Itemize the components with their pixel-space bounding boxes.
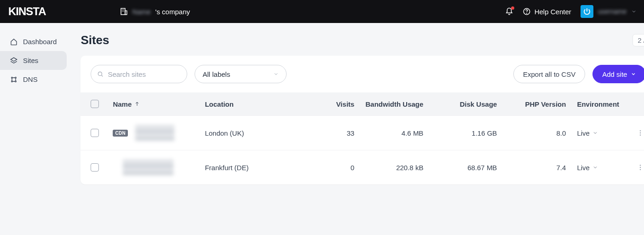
- sidebar-item-label: Dashboard: [23, 38, 57, 46]
- company-label: 's company: [155, 8, 190, 16]
- column-header-php[interactable]: PHP Version: [497, 100, 566, 108]
- help-center-button[interactable]: Help Center: [523, 7, 571, 16]
- user-avatar: [581, 5, 593, 18]
- labels-filter[interactable]: All labels: [195, 65, 287, 83]
- more-vertical-icon: [637, 164, 644, 171]
- user-menu[interactable]: username: [581, 5, 637, 18]
- username-redacted: username: [598, 8, 627, 15]
- svg-marker-8: [11, 57, 17, 61]
- export-csv-button[interactable]: Export all to CSV: [513, 65, 585, 83]
- chevron-down-icon: [273, 71, 279, 77]
- page-title: Sites: [80, 33, 109, 47]
- more-vertical-icon: [637, 129, 644, 137]
- svg-point-20: [640, 167, 641, 168]
- cell-php: 8.0: [497, 129, 566, 137]
- sidebar-item-label: Sites: [23, 57, 38, 64]
- column-header-bandwidth[interactable]: Bandwidth Usage: [354, 100, 423, 108]
- svg-point-9: [12, 77, 13, 78]
- search-icon: [97, 71, 104, 77]
- pagination-indicator[interactable]: 2 / 3: [632, 34, 644, 46]
- sidebar-item-label: DNS: [23, 75, 38, 83]
- layers-icon: [10, 57, 17, 64]
- svg-point-12: [15, 80, 17, 82]
- chevron-down-icon: [631, 9, 637, 14]
- svg-point-7: [526, 13, 527, 13]
- table-row: CDN London (UK) 33 4.6 MB 1.16 GB 8.0 Li…: [80, 115, 644, 150]
- cell-visits: 0: [299, 164, 354, 172]
- row-checkbox[interactable]: [91, 129, 99, 137]
- env-value: Live: [577, 164, 590, 172]
- add-site-button[interactable]: Add site: [592, 65, 644, 83]
- export-label: Export all to CSV: [523, 70, 575, 78]
- column-header-disk[interactable]: Disk Usage: [423, 100, 497, 108]
- home-icon: [10, 38, 17, 46]
- site-name-redacted[interactable]: [135, 125, 174, 141]
- chevron-down-icon: [631, 71, 636, 77]
- row-actions-button[interactable]: [635, 127, 644, 138]
- cell-disk: 68.67 MB: [423, 164, 497, 172]
- sites-card: All labels Export all to CSV Add site Na…: [80, 56, 644, 184]
- chevron-down-icon: [592, 165, 598, 170]
- cdn-badge: CDN: [113, 130, 128, 137]
- company-name-redacted: Name: [132, 8, 151, 16]
- sidebar-item-dns[interactable]: DNS: [0, 70, 67, 89]
- column-header-visits[interactable]: Visits: [299, 100, 354, 108]
- search-input[interactable]: [91, 65, 187, 83]
- toolbar: All labels Export all to CSV Add site: [80, 56, 644, 92]
- labels-filter-text: All labels: [202, 70, 230, 78]
- help-label: Help Center: [535, 8, 571, 16]
- cell-bandwidth: 220.8 kB: [354, 164, 423, 172]
- chevron-down-icon: [592, 130, 598, 136]
- column-header-name[interactable]: Name: [113, 100, 205, 108]
- site-name-redacted[interactable]: [123, 160, 173, 175]
- add-site-label: Add site: [602, 70, 627, 78]
- env-value: Live: [577, 129, 590, 137]
- notifications-button[interactable]: [505, 7, 513, 16]
- column-label: PHP Version: [525, 100, 566, 108]
- svg-point-19: [640, 165, 641, 166]
- cell-location: London (UK): [205, 129, 299, 137]
- company-switcher[interactable]: Name 's company: [120, 7, 190, 16]
- notification-dot: [511, 6, 514, 10]
- svg-rect-0: [121, 8, 125, 15]
- svg-line-14: [102, 75, 103, 77]
- cell-disk: 1.16 GB: [423, 129, 497, 137]
- svg-rect-5: [125, 11, 127, 15]
- column-label: Disk Usage: [460, 100, 497, 108]
- environment-select[interactable]: Live: [577, 129, 598, 137]
- column-label: Visits: [336, 100, 355, 108]
- table-row: Frankfurt (DE) 0 220.8 kB 68.67 MB 7.4 L…: [80, 150, 644, 184]
- svg-point-10: [15, 77, 17, 78]
- brand-logo[interactable]: KINSTA: [8, 5, 46, 18]
- svg-point-21: [640, 169, 641, 170]
- cell-bandwidth: 4.6 MB: [354, 129, 423, 137]
- select-all-checkbox[interactable]: [91, 100, 99, 108]
- row-actions-button[interactable]: [635, 162, 644, 173]
- column-label: Location: [205, 100, 234, 108]
- top-header: KINSTA Name 's company Help Center usern…: [0, 0, 644, 23]
- table-header: Name Location Visits Bandwidth Usage Dis…: [80, 92, 644, 115]
- environment-select[interactable]: Live: [577, 164, 598, 172]
- svg-point-13: [98, 72, 102, 75]
- svg-point-16: [640, 130, 641, 131]
- help-icon: [523, 7, 531, 16]
- cell-location: Frankfurt (DE): [205, 164, 299, 172]
- main-content: Sites 2 / 3 All labels Export all to CSV: [69, 23, 644, 235]
- column-label: Environment: [577, 100, 619, 108]
- svg-point-18: [640, 134, 641, 135]
- svg-point-17: [640, 132, 641, 133]
- dns-icon: [10, 76, 17, 83]
- sidebar-item-dashboard[interactable]: Dashboard: [0, 32, 67, 51]
- cell-visits: 33: [299, 129, 354, 137]
- column-label: Bandwidth Usage: [366, 100, 424, 108]
- cell-php: 7.4: [497, 164, 566, 172]
- sidebar-item-sites[interactable]: Sites: [0, 51, 67, 70]
- column-label: Name: [113, 100, 132, 108]
- column-header-env[interactable]: Environment: [566, 100, 635, 108]
- column-header-location[interactable]: Location: [205, 100, 299, 108]
- power-icon: [583, 7, 591, 16]
- sort-asc-icon: [134, 101, 140, 107]
- sidebar: Dashboard Sites DNS: [0, 23, 69, 235]
- row-checkbox[interactable]: [91, 163, 99, 172]
- svg-point-11: [12, 80, 13, 82]
